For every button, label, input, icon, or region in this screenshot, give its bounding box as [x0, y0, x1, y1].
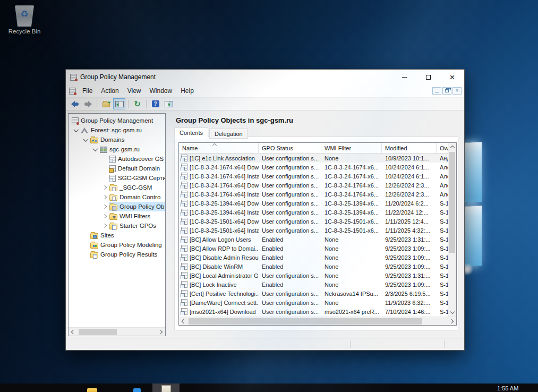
scroll-up-icon[interactable] [448, 143, 457, 151]
scroll-down-icon[interactable] [448, 308, 457, 317]
chevron-right-icon[interactable] [101, 221, 109, 231]
table-row[interactable]: [1C-8-3-24-1764-x64] Dow...User configur… [179, 181, 448, 190]
table-row[interactable]: [BC] Allow RDP to Domai...EnabledNone9/2… [179, 244, 448, 253]
file-explorer-taskbar-icon[interactable] [87, 388, 97, 392]
table-row[interactable]: [1C-8-3-25-1394-x64] InstallUser configu… [179, 208, 448, 217]
title-bar[interactable]: Group Policy Management × [66, 70, 464, 84]
pinned-app-taskbar-icon[interactable] [133, 388, 141, 392]
table-row[interactable]: [1C-8-3-24-1674-x64] InstallUser configu… [179, 172, 448, 181]
mdi-close-button[interactable]: × [452, 87, 462, 95]
refresh-button[interactable]: ↻ [131, 98, 143, 109]
back-button[interactable] [69, 98, 81, 109]
table-row[interactable]: [Cert] Positive Technologi...User config… [179, 289, 448, 298]
list-horizontal-scrollbar[interactable] [179, 317, 456, 325]
tab-contents[interactable]: Contents [174, 127, 208, 139]
chevron-down-icon[interactable] [72, 125, 80, 135]
chevron-right-icon[interactable] [101, 183, 109, 192]
table-row[interactable]: [1C-8-3-24-1764-x64] InstallUser configu… [179, 190, 448, 199]
mdi-minimize-button[interactable] [432, 87, 441, 95]
menu-window[interactable]: Window [146, 85, 177, 97]
table-row[interactable]: [1C-8-3-24-1674-x64] Dow...User configur… [179, 163, 448, 172]
active-app-taskbar-button[interactable] [152, 384, 180, 392]
menu-action[interactable]: Action [97, 85, 123, 97]
tree-item-domain-controllers[interactable]: Domain Contro [69, 192, 165, 202]
menu-view[interactable]: View [123, 85, 146, 97]
scroll-right-icon[interactable] [157, 328, 165, 336]
column-header-modified[interactable]: Modified [382, 143, 437, 153]
tree-item-group-policy-management[interactable]: Group Policy Management [69, 116, 165, 125]
table-row[interactable]: [DameWare] Connect sett...User configura… [179, 298, 448, 307]
sort-ascending-icon [212, 143, 217, 148]
toolbar-separator [97, 100, 97, 108]
list-vertical-scrollbar[interactable] [448, 143, 456, 317]
tab-delegation[interactable]: Delegation [209, 129, 248, 139]
column-header-name[interactable]: Name [179, 143, 259, 153]
mdi-restore-button[interactable] [442, 87, 451, 95]
menu-help[interactable]: Help [176, 85, 198, 97]
tree-item-default-domain-gpo[interactable]: Default Domain [69, 164, 165, 173]
scroll-left-icon[interactable] [69, 328, 77, 336]
scroll-left-icon[interactable] [179, 317, 187, 326]
status-separator [350, 340, 351, 348]
table-row[interactable]: [BC] Allow Logon UsersEnabledNone9/25/20… [179, 235, 448, 244]
help-button[interactable]: ? [149, 98, 161, 109]
tree-item-group-policy-modeling[interactable]: Group Policy Modeling [69, 240, 165, 250]
tree-item-group-policy-results[interactable]: Group Policy Results [69, 250, 165, 259]
table-row[interactable]: [BC] Lock InactiveEnabledNone9/25/2023 1… [179, 280, 448, 289]
minimize-icon [402, 77, 407, 78]
column-header-owner[interactable]: Ow [437, 143, 449, 153]
tree-item-wmi-filters[interactable]: WMI Filters [69, 211, 165, 221]
tree-item-sites[interactable]: Sites [69, 231, 165, 240]
chevron-down-icon[interactable] [91, 144, 99, 154]
minimize-button[interactable] [392, 70, 416, 84]
forward-button[interactable] [82, 98, 94, 109]
maximize-button[interactable] [416, 70, 440, 84]
column-header-gpo-status[interactable]: GPO Status [259, 143, 321, 153]
tree-item-domains[interactable]: Domains [69, 135, 165, 144]
chevron-right-icon[interactable] [101, 202, 109, 211]
tree-item-forest[interactable]: Forest: sgc-gsm.ru [69, 125, 165, 135]
menu-file[interactable]: File [78, 85, 97, 97]
export-list-button[interactable] [100, 98, 112, 109]
taskbar: 1:55 AM [0, 384, 538, 392]
sites-folder-icon [90, 233, 98, 239]
table-row[interactable]: [1C-8-3-25-1501-x64] Dow...User configur… [179, 217, 448, 226]
table-row[interactable]: [1C-8-3-25-1501-x64] InstallUser configu… [179, 226, 448, 235]
help-icon: ? [152, 100, 159, 107]
console-root-icon [72, 117, 79, 124]
table-row[interactable]: [BC] Local Administrator G...User config… [179, 271, 448, 280]
chevron-right-icon[interactable] [101, 192, 109, 202]
tree-item-sgc-gsm-cert-gpo[interactable]: SGC-GSM Серти [69, 173, 165, 183]
chevron-down-icon[interactable] [82, 135, 90, 144]
scrollbar-thumb[interactable] [79, 329, 117, 335]
tree-item-ou-sgc-gsm[interactable]: _SGC-GSM [69, 183, 165, 192]
chevron-right-icon[interactable] [101, 211, 109, 221]
table-row[interactable]: [BC] Disable WinRMEnabledNone9/25/2023 1… [179, 262, 448, 271]
modeling-folder-icon [90, 243, 98, 249]
contents-tab-panel: Name GPO Status WMI Filter Modified Ow [… [174, 137, 458, 330]
windows-logo-pane-top [464, 142, 482, 203]
column-header-wmi-filter[interactable]: WMI Filter [321, 143, 382, 153]
table-row[interactable]: [BC] Disable Admin Resou...EnabledNone9/… [179, 253, 448, 262]
table-row[interactable]: [mso2021-x64] DownloadUser configuration… [179, 307, 448, 316]
chevron-spacer [101, 154, 109, 164]
tree-item-autodiscover-gpo[interactable]: Autodiscover GS [69, 154, 165, 164]
tree-item-domain-sgc-gsm[interactable]: sgc-gsm.ru [69, 144, 165, 154]
scrollbar-thumb[interactable] [189, 318, 422, 325]
menu-bar: File Action View Window Help × [66, 84, 464, 98]
table-row[interactable]: [1C-8-3-25-1394-x64] Dow...User configur… [179, 199, 448, 208]
domain-icon [100, 147, 107, 153]
show-action-pane-button[interactable] [163, 98, 175, 109]
tree-horizontal-scrollbar[interactable] [69, 327, 165, 336]
scrollbar-thumb[interactable] [449, 152, 455, 253]
list-body: [1C] e1c Link AssociationUser configurat… [179, 154, 448, 317]
list-header: Name GPO Status WMI Filter Modified Ow [179, 143, 448, 154]
tree-item-starter-gpos[interactable]: Starter GPOs [69, 221, 165, 231]
show-console-tree-button[interactable] [113, 98, 125, 109]
tree-item-group-policy-objects[interactable]: Group Policy Ob [69, 202, 165, 211]
mdi-restore-icon [445, 89, 449, 92]
scroll-right-icon[interactable] [448, 317, 456, 326]
close-button[interactable]: × [440, 70, 464, 84]
recycle-bin-shortcut[interactable]: ♻ Recycle Bin [2, 3, 47, 35]
table-row[interactable]: [1C] e1c Link AssociationUser configurat… [179, 154, 448, 163]
